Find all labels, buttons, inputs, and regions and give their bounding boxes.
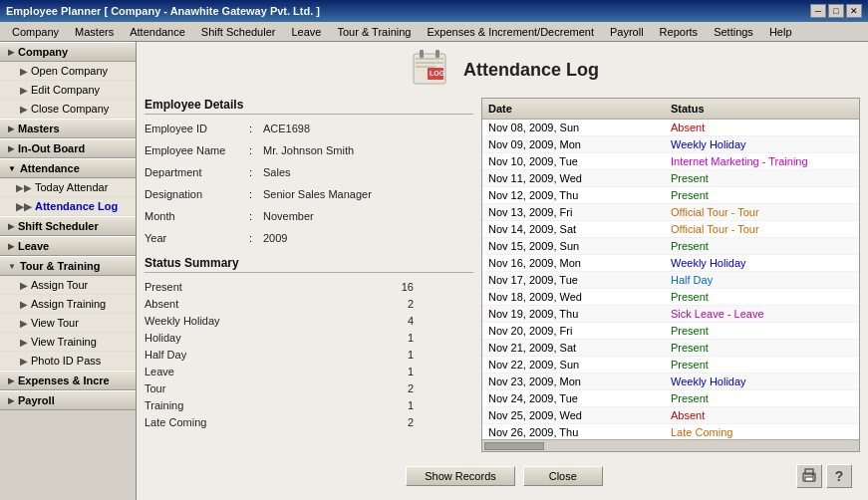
sidebar-item-open-company-label: Open Company	[31, 65, 108, 77]
log-date: Nov 25, 2009, Wed	[488, 409, 671, 421]
menu-item-help[interactable]: Help	[761, 24, 800, 40]
log-status: Weekly Holiday	[671, 138, 853, 150]
log-date: Nov 21, 2009, Sat	[488, 342, 671, 354]
sidebar-item-close-company[interactable]: ▶ Close Company	[0, 100, 136, 119]
close-window-button[interactable]: ✕	[846, 4, 862, 18]
log-date: Nov 20, 2009, Fri	[488, 325, 671, 337]
log-date: Nov 18, 2009, Wed	[488, 291, 671, 303]
sidebar-item-view-training[interactable]: ▶ View Training	[0, 333, 136, 352]
sidebar-group-attendance[interactable]: ▼ Attendance	[0, 158, 136, 178]
svg-rect-10	[805, 477, 813, 481]
arrow-icon: ▶	[8, 222, 14, 231]
sidebar-group-inout[interactable]: ▶ In-Out Board	[0, 138, 136, 158]
sidebar-item-view-training-label: View Training	[31, 336, 97, 348]
log-status: Weekly Holiday	[671, 375, 853, 387]
log-row: Nov 24, 2009, TuePresent	[482, 390, 859, 407]
page-header: LOG Attendance Log	[145, 50, 860, 90]
log-row: Nov 21, 2009, SatPresent	[482, 340, 859, 357]
sidebar-item-view-tour[interactable]: ▶ View Tour	[0, 314, 136, 333]
svg-point-11	[812, 474, 814, 476]
sidebar-group-masters[interactable]: ▶ Masters	[0, 119, 136, 138]
svg-rect-5	[435, 50, 439, 58]
value-department: Sales	[263, 166, 291, 178]
log-date: Nov 17, 2009, Tue	[488, 274, 671, 286]
log-date: Nov 22, 2009, Sun	[488, 359, 671, 371]
bullet-icon: ▶	[20, 299, 28, 310]
log-header-date: Date	[488, 103, 671, 115]
menu-item-settings[interactable]: Settings	[706, 24, 761, 40]
log-row: Nov 22, 2009, SunPresent	[482, 357, 859, 374]
summary-count: 16	[402, 281, 414, 293]
print-button[interactable]	[796, 464, 822, 488]
arrow-icon: ▶	[8, 376, 14, 385]
summary-row: Half Day1	[145, 349, 473, 361]
bullet-icon: ▶	[20, 318, 28, 329]
log-date: Nov 26, 2009, Thu	[488, 426, 671, 438]
sidebar-group-company[interactable]: ▶ Company	[0, 42, 136, 62]
summary-row: Holiday1	[145, 332, 473, 344]
sidebar-group-leave[interactable]: ▶ Leave	[0, 236, 136, 256]
menu-item-reports[interactable]: Reports	[652, 24, 707, 40]
sidebar-item-edit-company[interactable]: ▶ Edit Company	[0, 81, 136, 100]
sidebar-group-shift[interactable]: ▶ Shift Scheduler	[0, 216, 136, 236]
help-button[interactable]: ?	[826, 464, 852, 488]
log-body[interactable]: Nov 08, 2009, SunAbsentNov 09, 2009, Mon…	[482, 120, 859, 439]
close-button[interactable]: Close	[523, 466, 603, 486]
sidebar-item-assign-training-label: Assign Training	[31, 298, 106, 310]
sidebar-item-view-tour-label: View Tour	[31, 317, 79, 329]
arrow-icon: ▶	[8, 242, 14, 251]
log-row: Nov 14, 2009, SatOfficial Tour - Tour	[482, 221, 859, 238]
sidebar-group-payroll[interactable]: ▶ Payroll	[0, 390, 136, 410]
summary-rows: Present16Absent2Weekly Holiday4Holiday1H…	[145, 281, 473, 428]
label-employee-id: Employee ID	[145, 123, 249, 134]
detail-employee-name: Employee Name : Mr. Johnson Smith	[145, 144, 473, 156]
window-title: Employee Planner [ Company - Anawhite Ga…	[6, 5, 320, 17]
print-icon	[801, 468, 817, 484]
sidebar-item-attendance-log[interactable]: ▶▶ Attendance Log	[0, 197, 136, 216]
sidebar-group-inout-label: In-Out Board	[18, 142, 85, 154]
employee-details-title: Employee Details	[145, 98, 473, 115]
log-date: Nov 16, 2009, Mon	[488, 257, 671, 269]
sidebar-item-assign-tour[interactable]: ▶ Assign Tour	[0, 276, 136, 295]
page-title: Attendance Log	[463, 60, 599, 81]
summary-label: Training	[145, 399, 183, 411]
menu-item-payroll[interactable]: Payroll	[602, 24, 652, 40]
summary-row: Leave1	[145, 366, 473, 377]
value-designation: Senior Sales Manager	[263, 188, 372, 200]
log-row: Nov 23, 2009, MonWeekly Holiday	[482, 374, 859, 390]
label-department: Department	[145, 166, 249, 178]
sidebar-item-today-attendance[interactable]: ▶▶ Today Attendar	[0, 178, 136, 197]
sidebar-item-photo-id[interactable]: ▶ Photo ID Pass	[0, 352, 136, 371]
main-panel: Employee Details Employee ID : ACE1698 E…	[145, 98, 860, 452]
svg-rect-4	[420, 50, 424, 58]
sidebar-item-assign-training[interactable]: ▶ Assign Training	[0, 295, 136, 314]
menu-item-expenses---increment-decrement[interactable]: Expenses & Increment/Decrement	[419, 24, 602, 40]
sidebar-item-open-company[interactable]: ▶ Open Company	[0, 62, 136, 81]
menu-item-masters[interactable]: Masters	[67, 24, 122, 40]
menu-item-attendance[interactable]: Attendance	[122, 24, 193, 40]
log-row: Nov 15, 2009, SunPresent	[482, 238, 859, 255]
menu-bar: CompanyMastersAttendanceShift SchedulerL…	[0, 22, 868, 42]
show-records-button[interactable]: Show Records	[406, 466, 515, 486]
sidebar-group-masters-label: Masters	[18, 123, 60, 134]
log-status: Present	[671, 325, 853, 337]
label-month: Month	[145, 210, 249, 222]
menu-item-leave[interactable]: Leave	[283, 24, 329, 40]
menu-item-tour---training[interactable]: Tour & Training	[329, 24, 419, 40]
menu-item-shift-scheduler[interactable]: Shift Scheduler	[193, 24, 284, 40]
log-status: Weekly Holiday	[671, 257, 853, 269]
log-row: Nov 12, 2009, ThuPresent	[482, 187, 859, 204]
restore-button[interactable]: □	[828, 4, 844, 18]
sidebar-group-tour[interactable]: ▼ Tour & Training	[0, 256, 136, 276]
log-row: Nov 17, 2009, TueHalf Day	[482, 272, 859, 289]
summary-row: Tour2	[145, 382, 473, 394]
menu-item-company[interactable]: Company	[4, 24, 67, 40]
svg-rect-1	[416, 58, 443, 60]
minimize-button[interactable]: ─	[810, 4, 826, 18]
log-row: Nov 26, 2009, ThuLate Coming	[482, 424, 859, 439]
bullet-icon: ▶	[20, 280, 28, 291]
sidebar-group-expenses[interactable]: ▶ Expenses & Incre	[0, 371, 136, 390]
log-row: Nov 10, 2009, TueInternet Marketing - Tr…	[482, 153, 859, 170]
log-status: Official Tour - Tour	[671, 223, 853, 235]
log-date: Nov 09, 2009, Mon	[488, 138, 671, 150]
